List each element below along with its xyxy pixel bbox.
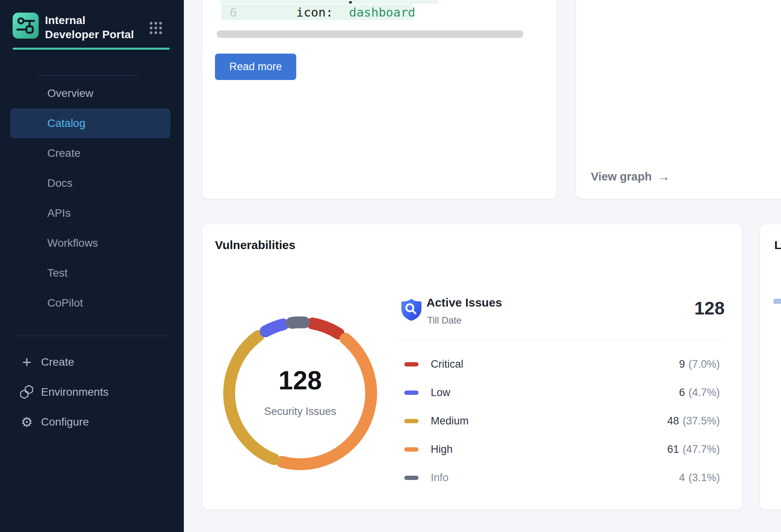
sidebar-footer-create[interactable]: + Create [13,347,170,377]
legend-row-high: High 61 (47.7%) [398,435,725,463]
legend-swatch [404,362,419,366]
view-graph-link[interactable]: View graph → [591,169,670,184]
sidebar-footer: + Create Environments ⚙ Configure [13,347,170,437]
legend-count: 48 [667,415,679,427]
view-graph-label: View graph [591,170,652,183]
summary-subtitle: Till Date [427,315,462,326]
plus-icon: + [19,354,35,370]
footer-item-label: Environments [41,386,108,398]
footer-item-label: Create [41,356,74,368]
sidebar-item-label: Workflows [10,237,98,249]
sidebar-item-label: Catalog [10,117,86,130]
shield-search-icon [400,298,422,322]
hexagons-icon [19,385,35,399]
legend-count: 61 [667,443,679,456]
legend-swatch [404,419,419,423]
summary-total: 128 [694,298,725,319]
legend-percent: (4.7%) [688,387,720,399]
sidebar-item-label: Create [10,147,80,160]
sidebar-item-label: CoPilot [10,297,83,309]
sidebar-footer-configure[interactable]: ⚙ Configure [13,407,170,437]
legend-count: 6 [679,387,685,399]
footer-item-label: Configure [41,416,89,428]
card-title-fragment: L [774,238,781,252]
legend-swatch [404,476,419,480]
legend-percent: (47.7%) [682,443,720,456]
legend-label: High [431,443,453,456]
sidebar-item-create[interactable]: Create [10,138,170,168]
partial-right-card: L [760,224,781,510]
sidebar-accent-bar [13,48,170,50]
legend-row-low: Low 6 (4.7%) [398,378,725,407]
apps-grid-icon[interactable] [149,21,163,35]
code-line-truncated [220,0,438,4]
sidebar-item-catalog[interactable]: Catalog [10,108,170,138]
sidebar: Internal Developer Portal Overview Catal… [0,0,184,532]
code-value: dashboard [349,4,415,20]
legend-count: 4 [679,472,685,484]
read-more-button[interactable]: Read more [215,54,296,80]
donut-segment-critical[interactable] [312,324,338,334]
donut-segment-low[interactable] [265,324,283,331]
legend-row-medium: Medium 48 (37.5%) [398,407,725,435]
sidebar-item-label: Overview [10,87,93,100]
code-line: 6 icon: dashboard [221,4,412,20]
legend-swatch [404,391,419,395]
horizontal-scrollbar[interactable] [217,30,523,38]
legend-swatch [404,447,419,452]
sidebar-nav: Overview Catalog Create Docs APIs Workfl… [10,78,170,318]
donut-center-label: Security Issues [217,406,383,418]
summary-divider [398,339,725,340]
card-title: Vulnerabilities [215,238,295,252]
sidebar-item-test[interactable]: Test [10,258,170,288]
donut-segment-info[interactable] [291,322,304,323]
graph-card: View graph → [575,0,781,199]
code-line-number: 6 [230,4,237,20]
sidebar-item-label: Docs [10,177,73,190]
sidebar-item-copilot[interactable]: CoPilot [10,288,170,318]
donut-center-value: 128 [217,365,383,395]
legend-label: Low [431,387,450,399]
sidebar-item-label: APIs [10,207,71,219]
legend-count: 9 [679,358,685,370]
legend-percent: (37.5%) [682,415,720,427]
donut-segment-high[interactable] [282,339,371,464]
sidebar-divider [13,336,170,336]
legend-label: Medium [431,415,469,427]
gear-icon: ⚙ [19,414,35,430]
sidebar-divider [37,75,138,76]
legend-label: Info [431,472,448,484]
legend-percent: (3.1%) [688,472,720,484]
doc-preview-card: 6 icon: dashboard Read more [202,0,557,199]
vulnerabilities-card: Vulnerabilities 128 Security Issues Acti… [202,224,742,510]
legend-label: Critical [431,358,463,370]
active-issues-summary: Active Issues Till Date 128 [398,296,725,331]
legend-percent: (7.0%) [688,358,720,370]
sidebar-item-workflows[interactable]: Workflows [10,228,170,258]
sidebar-item-label: Test [10,267,67,279]
legend-row-critical: Critical 9 (7.0%) [398,350,725,378]
sidebar-item-overview[interactable]: Overview [10,78,170,108]
chart-bar-fragment [774,299,781,304]
app-title: Internal Developer Portal [45,13,138,42]
app-logo-icon [13,13,39,39]
summary-title: Active Issues [426,296,502,309]
severity-legend: Critical 9 (7.0%) Low 6 (4.7%) Medium 48… [398,350,725,492]
donut-segment-medium[interactable] [229,336,274,459]
legend-row-info: Info 4 (3.1%) [398,463,725,492]
sidebar-item-apis[interactable]: APIs [10,198,170,228]
code-key: icon: [296,4,333,20]
sidebar-footer-environments[interactable]: Environments [13,377,170,407]
sidebar-item-docs[interactable]: Docs [10,168,170,198]
arrow-right-icon: → [657,169,670,184]
